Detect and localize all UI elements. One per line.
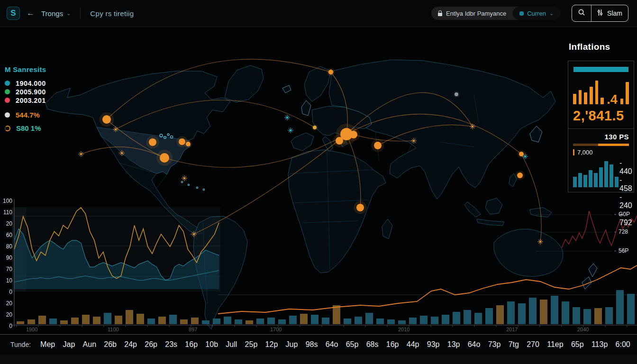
currency-dropdown[interactable]: Curren ⌄ <box>513 7 560 20</box>
volume-bar[interactable] <box>115 316 122 324</box>
volume-bar[interactable] <box>453 312 460 324</box>
volume-bar[interactable] <box>616 290 624 324</box>
volume-bar[interactable] <box>311 315 318 324</box>
search-box[interactable]: Slam <box>572 5 628 22</box>
teal-bar <box>578 173 582 187</box>
volume-bar[interactable] <box>333 305 340 324</box>
teal-bar-chart: - 440- 458- 240- 792 <box>573 158 629 227</box>
legend-stat: 544.7% <box>5 111 46 119</box>
legend-item[interactable]: 2005.900 <box>5 88 46 96</box>
volume-bar[interactable] <box>464 310 471 324</box>
volume-bar[interactable] <box>322 318 329 324</box>
timeline-label: Jull <box>226 340 237 349</box>
volume-bar[interactable] <box>235 319 242 324</box>
lock-icon <box>438 13 442 16</box>
volume-bar[interactable] <box>38 316 46 324</box>
inflation-panel-title: Inflations <box>569 42 610 52</box>
volume-bar[interactable] <box>540 300 547 324</box>
volume-bar[interactable] <box>300 314 308 324</box>
timeline-label: 68s <box>366 340 379 349</box>
inflation-big-value: 2,'841.5 <box>573 108 629 124</box>
volume-bar[interactable] <box>82 315 90 324</box>
legend-item[interactable]: 2003.201 <box>5 96 46 104</box>
volume-bar[interactable] <box>594 308 602 324</box>
volume-bar[interactable] <box>376 318 384 324</box>
volume-bar[interactable] <box>474 313 482 324</box>
volume-bar[interactable] <box>278 319 286 324</box>
volume-bar[interactable] <box>289 316 297 324</box>
filter-sliders-icon <box>597 9 603 18</box>
volume-bar[interactable] <box>202 320 209 324</box>
volume-bar[interactable] <box>147 318 155 324</box>
inflation-panel[interactable]: .4 2,'841.5 130 PS 7,000 - 440- 458- 240… <box>568 61 634 192</box>
volume-bar[interactable] <box>71 318 79 324</box>
volume-bar[interactable] <box>158 317 166 324</box>
volume-bar[interactable] <box>627 294 635 324</box>
volume-bar[interactable] <box>126 310 133 324</box>
volume-bar[interactable] <box>529 298 537 324</box>
search-button[interactable] <box>572 5 591 21</box>
timeline-label: Jap <box>63 340 75 349</box>
volume-bar[interactable] <box>60 320 68 324</box>
legend-item[interactable]: 1904.000 <box>5 79 46 87</box>
volume-bar[interactable] <box>267 318 275 324</box>
orange-ring-icon <box>5 126 10 131</box>
volume-bar[interactable] <box>355 317 362 324</box>
volume-bar[interactable] <box>507 301 515 324</box>
stat-value: 544.7% <box>16 111 40 119</box>
volume-bar[interactable] <box>562 301 569 324</box>
search-input[interactable]: Slam <box>592 5 628 21</box>
privacy-currency-control: Entlya Idbr Pamyance Curren ⌄ <box>431 7 560 20</box>
volume-bar[interactable] <box>551 296 558 324</box>
timeline-bar[interactable]: Tunde: MepJapAun26b24p26p23s16p10bJull25… <box>0 334 637 355</box>
orange-rule <box>573 144 629 146</box>
volume-bar[interactable] <box>49 318 57 324</box>
x-axis-label: 1100 <box>108 327 119 332</box>
orange-bar <box>601 98 604 104</box>
volume-bar[interactable] <box>104 313 111 324</box>
chevron-down-icon: ⌄ <box>549 10 554 17</box>
sub-value: 7,000 <box>577 149 593 156</box>
volume-bar[interactable] <box>409 318 417 324</box>
privacy-button[interactable]: Entlya Idbr Pamyance <box>431 7 513 20</box>
legend-stat: S80 1% <box>5 124 46 132</box>
volume-bar[interactable] <box>398 320 406 324</box>
volume-bar[interactable] <box>365 313 373 324</box>
metric-label: 130 PS <box>573 133 629 141</box>
volume-bar[interactable] <box>605 307 613 324</box>
app-logo-icon[interactable]: S <box>7 7 20 20</box>
inflation-bar-chart: .4 <box>573 78 629 104</box>
volume-bar[interactable] <box>518 303 526 324</box>
map-legend: M Sanresits 1904.0002005.9002003.201 544… <box>5 65 46 133</box>
nav-menu[interactable]: Trongs ⌄ <box>41 9 71 18</box>
volume-bar[interactable] <box>17 321 24 324</box>
volume-bar[interactable] <box>573 307 580 324</box>
orange-bar <box>573 94 576 104</box>
volume-bar[interactable] <box>485 308 493 324</box>
volume-bar[interactable] <box>136 314 144 324</box>
y-axis-label: 20 <box>0 220 12 227</box>
volume-bar[interactable] <box>246 320 253 324</box>
volume-bar[interactable] <box>224 317 231 324</box>
volume-bar[interactable] <box>431 317 438 324</box>
volume-bar[interactable] <box>169 315 177 324</box>
volume-bar[interactable] <box>93 317 100 324</box>
volume-bar[interactable] <box>27 319 35 324</box>
volume-bar[interactable] <box>442 315 449 324</box>
volume-bar[interactable] <box>583 309 591 324</box>
privacy-button-label: Entlya Idbr Pamyance <box>446 10 506 17</box>
right-axis-label: -56P <box>614 247 628 254</box>
volume-bar[interactable] <box>387 319 395 324</box>
volume-bar[interactable] <box>420 316 428 324</box>
y-axis-label: 100 <box>0 198 12 204</box>
volume-bar[interactable] <box>180 319 188 324</box>
y-axis-label: 70 <box>0 266 12 273</box>
volume-bar[interactable] <box>496 305 504 324</box>
volume-bar[interactable] <box>256 318 264 324</box>
orange-bar <box>579 90 582 104</box>
charts-layer <box>0 27 637 364</box>
volume-bar[interactable] <box>213 318 220 324</box>
back-icon[interactable]: ← <box>27 9 35 18</box>
volume-bar[interactable] <box>191 318 199 324</box>
volume-bar[interactable] <box>344 318 351 324</box>
